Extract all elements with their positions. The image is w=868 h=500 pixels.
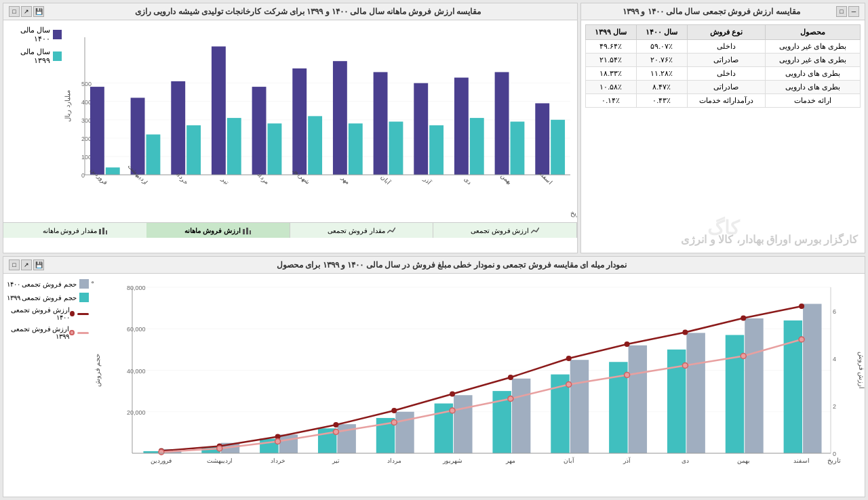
svg-text:6: 6 — [833, 308, 836, 315]
svg-point-107 — [159, 449, 164, 455]
legend-1400-label: سال مالی ۱۴۰۰ — [6, 26, 50, 43]
svg-rect-55 — [99, 229, 101, 234]
svg-rect-56 — [102, 228, 104, 234]
bar-chart-panel: مقایسه ارزش فروش ماهانه سال مالی ۱۴۰۰ و … — [3, 3, 578, 253]
svg-rect-22 — [212, 47, 226, 175]
combo-panel-header: نمودار میله ای مقایسه فروش تجمعی و نمودا… — [3, 257, 865, 274]
svg-rect-31 — [333, 61, 347, 175]
svg-text:2: 2 — [833, 403, 836, 410]
svg-text:20,000: 20,000 — [127, 409, 146, 416]
tab-cumulative-value[interactable]: ارزش فروش تجمعی — [433, 223, 577, 238]
svg-rect-17 — [146, 134, 161, 175]
table-cell: ۴۹.۶۴٪ — [586, 40, 637, 54]
table-cell: بطری های دارویی — [766, 81, 861, 94]
svg-text:دی: دی — [463, 176, 473, 186]
svg-text:اردیبهشت: اردیبهشت — [207, 457, 233, 465]
svg-text:200: 200 — [81, 136, 92, 142]
svg-rect-35 — [389, 122, 403, 175]
svg-point-99 — [391, 408, 397, 413]
save-button[interactable]: 💾 — [33, 6, 44, 17]
svg-text:اسفند: اسفند — [793, 457, 810, 464]
svg-text:فروردین: فروردین — [151, 457, 172, 465]
legend-1399-color — [53, 51, 62, 61]
svg-rect-28 — [292, 68, 307, 175]
bar-chart-content: 0100200300400500میلیارد ریالفروردیناردیب… — [3, 20, 577, 222]
svg-point-113 — [508, 396, 513, 402]
svg-text:4: 4 — [833, 356, 836, 362]
svg-text:شهریور: شهریور — [442, 457, 462, 465]
svg-rect-41 — [470, 118, 484, 175]
table-cell: ۱۱.۲۸٪ — [636, 67, 687, 81]
table-panel-header: ─ □ مقایسه ارزش فروش تجمعی سال مالی ۱۴۰۰… — [581, 3, 865, 20]
svg-rect-19 — [171, 81, 185, 175]
svg-text:400: 400 — [81, 99, 92, 106]
bar-chart-title: مقایسه ارزش فروش ماهانه سال مالی ۱۴۰۰ و … — [44, 7, 572, 16]
table-row: بطری های داروییصادراتی۸.۴۷٪۱۰.۵۸٪ — [586, 81, 861, 94]
combo-legend-line-1399-color — [77, 332, 89, 334]
svg-point-111 — [391, 420, 397, 425]
table-cell: صادراتی — [687, 81, 766, 94]
svg-rect-16 — [131, 98, 145, 175]
svg-text:آذر: آذر — [623, 457, 631, 465]
svg-point-116 — [682, 363, 688, 369]
svg-rect-40 — [454, 78, 469, 175]
maximize-button[interactable]: □ — [836, 6, 847, 17]
table-cell: بطری های غیر دارویی — [766, 54, 861, 67]
svg-rect-13 — [90, 87, 104, 175]
svg-point-101 — [508, 375, 513, 380]
svg-text:تاریخ: تاریخ — [827, 457, 841, 465]
combo-panel-controls: 💾 ↗ □ — [9, 259, 44, 270]
combo-legend: حجم فروش تجمعی ۱۴۰۰ حجم فروش تجمعی ۱۳۹۹ … — [3, 274, 92, 491]
svg-text:تیر: تیر — [332, 457, 340, 465]
svg-point-100 — [450, 392, 455, 397]
table-cell: ۵۹.۰۷٪ — [636, 40, 687, 54]
svg-text:تاریخ: تاریخ — [570, 209, 577, 217]
table-cell: ارائه خدمات — [766, 94, 861, 108]
svg-text:دی: دی — [682, 457, 689, 464]
combo-legend-dot-1400 — [70, 311, 75, 316]
svg-rect-43 — [495, 72, 509, 175]
svg-point-106 — [799, 304, 804, 309]
combo-legend-bar-1399-color — [79, 293, 89, 302]
tab-cumulative-qty[interactable]: مقدار فروش تجمعی — [290, 223, 434, 238]
minimize-button[interactable]: ─ — [848, 6, 859, 17]
legend-1400-color — [53, 30, 62, 39]
tab-monthly-value[interactable]: ارزش فروش ماهانه — [146, 223, 290, 238]
combo-legend-bar-1400: حجم فروش تجمعی ۱۴۰۰ — [6, 279, 89, 289]
combo-legend-line-1399-label: ارزش فروش تجمعی ۱۳۹۹ — [6, 325, 69, 340]
svg-text:بهمن: بهمن — [737, 457, 750, 465]
table-cell: ۱۰.۵۸٪ — [586, 81, 637, 94]
save-button-combo[interactable]: 💾 — [33, 259, 44, 270]
export-button[interactable]: ↗ — [21, 6, 32, 17]
svg-rect-52 — [243, 229, 245, 234]
combo-legend-dot-1399 — [69, 330, 74, 335]
combo-legend-bar-1400-color — [79, 279, 89, 289]
svg-point-103 — [625, 341, 630, 347]
export-button-combo[interactable]: ↗ — [21, 259, 32, 270]
tab-monthly-qty[interactable]: مقدار فروش ماهانه — [3, 223, 146, 238]
combo-panel-title: نمودار میله ای مقایسه فروش تجمعی و نمودا… — [44, 260, 859, 270]
bar-chart-svg-container: 0100200300400500میلیارد ریالفروردیناردیب… — [64, 20, 577, 222]
svg-rect-92 — [686, 333, 705, 453]
svg-point-108 — [217, 446, 222, 451]
col-1400: سال ۱۴۰۰ — [636, 25, 687, 40]
table-cell: ۰.۱۴٪ — [586, 94, 637, 108]
svg-text:300: 300 — [81, 117, 92, 124]
combo-legend-bar-1399-label: حجم فروش تجمعی ۱۳۹۹ — [7, 294, 77, 301]
svg-text:مهر: مهر — [339, 174, 351, 186]
svg-point-117 — [741, 354, 746, 359]
combo-chart-svg: 20,00040,00060,00080,0000246فروردیناردیب… — [92, 274, 865, 491]
sales-table: محصول نوع فروش سال ۱۴۰۰ سال ۱۳۹۹ بطری ها… — [585, 24, 861, 108]
svg-text:40,000: 40,000 — [127, 368, 146, 375]
svg-rect-26 — [268, 123, 282, 175]
maximize-button[interactable]: □ — [9, 6, 20, 17]
table-cell: ۲۰.۷۶٪ — [636, 54, 687, 67]
svg-text:60,000: 60,000 — [127, 326, 146, 333]
svg-text:مهر: مهر — [505, 457, 515, 465]
table-container: محصول نوع فروش سال ۱۴۰۰ سال ۱۳۹۹ بطری ها… — [581, 20, 865, 112]
svg-rect-46 — [535, 103, 549, 175]
svg-text:میلیارد ریال: میلیارد ریال — [64, 90, 72, 122]
svg-rect-29 — [308, 116, 322, 175]
maximize-button-combo[interactable]: □ — [9, 259, 20, 270]
svg-rect-90 — [570, 360, 589, 453]
